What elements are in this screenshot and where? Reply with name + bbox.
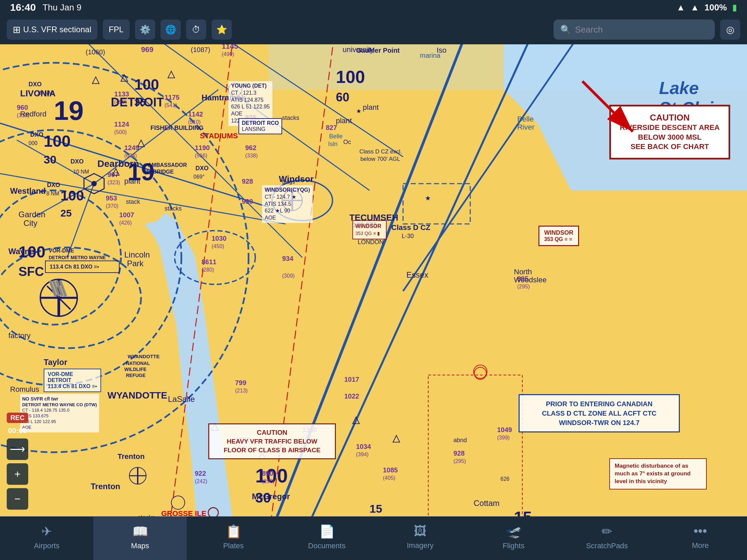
svg-text:REFUGE: REFUGE [126, 373, 146, 378]
rec-badge: REC [7, 412, 28, 423]
svg-text:10 NM: 10 NM [73, 169, 89, 175]
svg-text:abnd: abnd [454, 437, 467, 444]
layers-button[interactable]: ⊞ U.S. VFR sectional [7, 20, 97, 39]
svg-text:353 QG ≡ ▮: 353 QG ≡ ▮ [355, 231, 380, 236]
svg-text:stack: stack [126, 198, 140, 205]
svg-line-208 [583, 81, 633, 132]
timer: 00:00 [7, 426, 28, 435]
nav-more[interactable]: ••• More [654, 517, 747, 560]
svg-text:(1087): (1087) [191, 46, 210, 53]
svg-text:DXO: DXO [71, 158, 84, 165]
svg-text:(399): (399) [497, 435, 510, 441]
settings-button[interactable]: ⚙️ [135, 20, 155, 39]
svg-text:(242): (242) [195, 478, 207, 484]
layers-icon: ⊞ [13, 24, 21, 35]
imagery-icon: 🖼 [414, 524, 427, 538]
svg-text:25: 25 [60, 208, 72, 218]
svg-text:928: 928 [454, 450, 465, 457]
gauge-button[interactable]: ⏱ [186, 20, 206, 39]
map-area[interactable]: 19 19 100 60 100 30 100 25 100 SFC 100 3… [0, 44, 747, 516]
svg-text:LaSalle: LaSalle [168, 395, 195, 404]
svg-text:(309): (309) [282, 273, 294, 279]
svg-text:Isln: Isln [328, 141, 338, 148]
nav-airports[interactable]: ✈ Airports [0, 517, 93, 560]
scratchpads-icon: ✏ [601, 524, 612, 539]
svg-text:962: 962 [245, 144, 256, 152]
search-input[interactable] [575, 25, 708, 35]
plus-icon: + [15, 468, 21, 480]
svg-text:(338): (338) [245, 153, 258, 158]
nav-maps[interactable]: 📖 Maps [93, 517, 187, 560]
flights-label: Flights [503, 541, 525, 550]
svg-text:Oc: Oc [343, 139, 351, 145]
nav-scratchpads[interactable]: ✏ ScratchPads [560, 517, 654, 560]
svg-text:(510): (510) [188, 119, 201, 125]
svg-text:WYANDOTTE: WYANDOTTE [128, 353, 159, 359]
search-bar: 🔍 [553, 20, 715, 39]
battery-text: 100% [705, 2, 727, 13]
svg-text:BRIDGE: BRIDGE [153, 169, 174, 175]
maps-label: Maps [131, 541, 149, 550]
svg-text:(394): (394) [356, 452, 368, 457]
nav-plates[interactable]: 📋 Plates [187, 517, 280, 560]
svg-text:Trenton: Trenton [91, 482, 120, 491]
minus-icon: − [15, 493, 21, 505]
zoom-out-button[interactable]: − [7, 488, 28, 510]
left-controls: REC 00:00 ⟶ + − [0, 44, 35, 516]
svg-text:1022: 1022 [344, 393, 359, 400]
svg-text:marina: marina [420, 52, 441, 59]
svg-text:1142: 1142 [188, 110, 203, 118]
canadian-ctl-zone-box: PRIOR TO ENTERING CANADIAN CLASS D CTL Z… [519, 394, 680, 432]
svg-text:890: 890 [262, 470, 273, 477]
svg-text:(323): (323) [107, 180, 120, 185]
svg-text:1030: 1030 [212, 235, 227, 242]
documents-label: Documents [308, 541, 345, 550]
status-right: ▲ ▲ 100% ▮ [676, 2, 737, 13]
heavy-vfr-caution-box: CAUTION HEAVY VFR TRAFFIC BELOW FLOOR OF… [208, 423, 336, 459]
red-arrow [576, 75, 643, 143]
svg-text:DXO: DXO [47, 182, 60, 188]
documents-icon: 📄 [319, 524, 335, 539]
svg-text:VOR-DME: VOR-DME [49, 248, 74, 254]
svg-text:Windsor: Windsor [279, 174, 314, 184]
svg-text:(1060): (1060) [86, 48, 105, 56]
svg-text:799: 799 [235, 379, 246, 386]
nav-flights[interactable]: 🛫 Flights [467, 517, 560, 560]
more-icon: ••• [694, 524, 707, 538]
svg-text:15: 15 [369, 502, 382, 515]
windsor-airspace-box: WINDSOR 353 QG ≡ ≡ [538, 225, 579, 246]
svg-text:AMBASSADOR: AMBASSADOR [148, 162, 187, 168]
svg-text:Belle: Belle [329, 133, 342, 140]
svg-text:19: 19 [54, 96, 84, 126]
gps-button[interactable]: ◎ [720, 20, 740, 39]
svg-text:Class D CZ excl.: Class D CZ excl. [359, 149, 402, 155]
favorite-button[interactable]: ⭐ [212, 20, 232, 39]
svg-text:(500): (500) [114, 129, 127, 135]
svg-text:069°: 069° [194, 174, 205, 180]
svg-text:930: 930 [242, 198, 253, 205]
svg-text:827: 827 [326, 124, 337, 131]
svg-text:(290): (290) [262, 478, 275, 484]
svg-text:928: 928 [242, 178, 253, 185]
maps-icon: 📖 [132, 524, 148, 539]
svg-text:(499): (499) [222, 51, 234, 57]
route-button[interactable]: ⟶ [7, 438, 28, 460]
svg-text:(566): (566) [195, 153, 207, 158]
svg-text:GROSSE ILE: GROSSE ILE [161, 509, 206, 516]
svg-text:1249: 1249 [124, 144, 139, 152]
status-time: 16:40 [10, 2, 36, 13]
nav-imagery[interactable]: 🖼 Imagery [374, 517, 467, 560]
svg-text:1049: 1049 [497, 426, 512, 433]
zoom-in-button[interactable]: + [7, 463, 28, 485]
nav-documents[interactable]: 📄 Documents [280, 517, 374, 560]
flights-icon: 🛫 [506, 524, 522, 539]
svg-text:15: 15 [514, 508, 532, 516]
svg-text:★: ★ [356, 108, 361, 114]
globe-button[interactable]: 🌐 [160, 20, 181, 39]
svg-text:30: 30 [44, 153, 56, 166]
fpl-button[interactable]: FPL [103, 20, 130, 39]
svg-text:1085: 1085 [383, 466, 398, 474]
svg-text:1175: 1175 [164, 94, 180, 101]
svg-text:(370): (370) [106, 203, 118, 209]
svg-text:(280): (280) [202, 267, 214, 273]
